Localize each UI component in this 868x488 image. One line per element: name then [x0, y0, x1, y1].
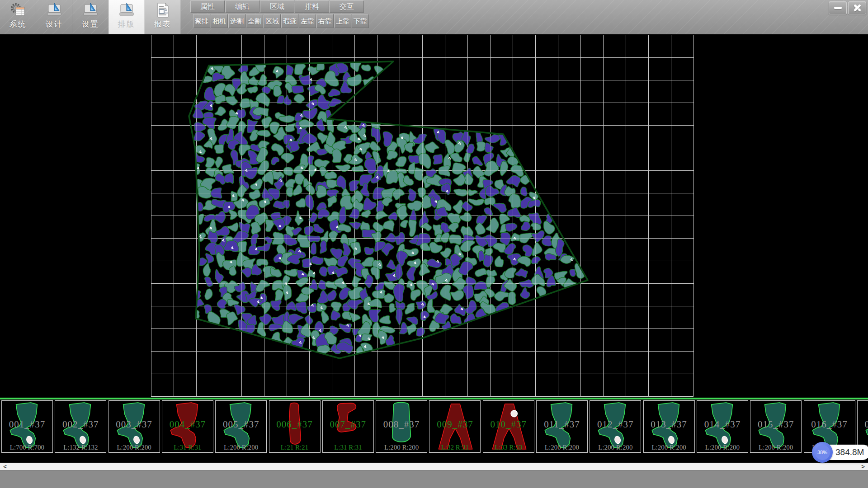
app-button-label: 设置	[82, 19, 99, 29]
piece-label: 006_#37	[269, 419, 320, 430]
nesting-ruler-icon	[118, 2, 135, 19]
tool-button-cut-all[interactable]: 全割	[246, 14, 263, 28]
thumbnail-011[interactable]: 011_#37L:200 R:200	[536, 400, 588, 453]
app-button-label: 系统	[9, 19, 27, 29]
piece-label: 005_#37	[216, 419, 266, 430]
nesting-ruler-icon	[46, 2, 62, 19]
piece-counts: L:200 R:200	[697, 444, 748, 451]
thumbnail-015[interactable]: 015_#37L:200 R:200	[750, 400, 802, 453]
piece-counts: L:200 R:200	[750, 444, 801, 451]
piece-counts: L:200 R:200	[376, 444, 427, 451]
piece-counts: L:200 R:200	[216, 444, 266, 451]
tool-button-snap-top[interactable]: 上靠	[334, 14, 351, 28]
piece-counts: L:31 R:31	[162, 444, 213, 451]
app-button-system[interactable]: 系统	[0, 0, 36, 34]
minimize-icon	[834, 7, 842, 9]
piece-label: 013_#37	[644, 419, 694, 430]
thumbnail-014[interactable]: 014_#37L:200 R:200	[697, 400, 748, 453]
piece-thumbnail-strip: 001_#37L:700 R:700002_#37L:132 R:132003_…	[0, 399, 868, 455]
window-controls	[829, 1, 866, 14]
piece-label: 001_#37	[2, 419, 52, 430]
system-gear-icon	[10, 2, 26, 19]
piece-label: 012_#37	[590, 419, 641, 430]
piece-counts: L:31 R:31	[323, 444, 373, 451]
progress-circle: 38%	[812, 442, 833, 463]
piece-label: 008_#37	[376, 419, 427, 430]
thumbnail-007[interactable]: 007_#37L:31 R:31	[322, 400, 374, 453]
tool-button-select-cut[interactable]: 选割	[228, 14, 245, 28]
piece-label: 002_#37	[55, 419, 106, 430]
piece-counts: L:200 R:200	[109, 444, 160, 451]
piece-label: 017_#37	[858, 419, 868, 430]
memory-value: 384.8M	[835, 447, 864, 457]
thumbnail-010[interactable]: 010_#37L:33 R:33	[483, 400, 534, 453]
memory-usage-badge: 38% 384.8M	[817, 445, 868, 460]
thumbnail-004[interactable]: 004_#37L:31 R:31	[162, 400, 213, 453]
thumbnail-001[interactable]: 001_#37L:700 R:700	[1, 400, 53, 453]
menu-tab-properties[interactable]: 属性	[190, 0, 225, 13]
menu-tab-interaction[interactable]: 交互	[330, 0, 364, 13]
piece-counts: L:700 R:700	[2, 444, 52, 451]
tool-button-camera[interactable]: 相机	[211, 14, 228, 28]
thumbnail-009[interactable]: 009_#37L:32 R:31	[429, 400, 481, 453]
tool-button-snap-right[interactable]: 右靠	[316, 14, 334, 28]
horizontal-scrollbar[interactable]: < >	[0, 463, 868, 470]
piece-counts: L:21 R:21	[269, 444, 320, 451]
piece-label: 007_#37	[323, 419, 373, 430]
piece-counts: L:33 R:33	[483, 444, 534, 451]
app-button-nesting[interactable]: 排版	[108, 0, 145, 34]
nesting-ruler-icon	[82, 2, 99, 19]
thumbnail-005[interactable]: 005_#37L:200 R:200	[215, 400, 267, 453]
report-document-icon	[155, 2, 171, 19]
piece-label: 009_#37	[429, 419, 480, 430]
thumbnail-002[interactable]: 002_#37L:132 R:132	[55, 400, 106, 453]
app-button-label: 报表	[154, 19, 171, 29]
scroll-right-icon[interactable]: >	[859, 463, 867, 470]
tool-button-snap-left[interactable]: 左靠	[299, 14, 316, 28]
menu-tab-edit[interactable]: 编辑	[225, 0, 259, 13]
menu-tab-nest[interactable]: 排料	[295, 0, 329, 13]
piece-label: 015_#37	[750, 419, 801, 430]
tool-button-cluster-nest[interactable]: 聚排	[193, 14, 210, 28]
piece-label: 003_#37	[109, 419, 160, 430]
app-button-label: 设计	[46, 19, 63, 29]
status-bar	[0, 470, 868, 488]
app-button-label: 排版	[118, 19, 135, 29]
progress-percent: 38%	[815, 445, 830, 460]
tool-button-snap-bottom[interactable]: 下靠	[352, 14, 369, 28]
thumbnail-006[interactable]: 006_#37L:21 R:21	[269, 400, 321, 453]
app-button-report[interactable]: 报表	[145, 0, 181, 34]
thumbnail-003[interactable]: 003_#37L:200 R:200	[108, 400, 160, 453]
app-button-settings[interactable]: 设置	[72, 0, 108, 34]
piece-label: 011_#37	[537, 419, 587, 430]
tool-button-row: 聚排相机选割全割区域瑕疵左靠右靠上靠下靠	[193, 14, 369, 28]
scroll-left-icon[interactable]: <	[1, 463, 9, 470]
piece-counts: L:200 R:200	[590, 444, 641, 451]
app-button-design[interactable]: 设计	[36, 0, 72, 34]
piece-label: 014_#37	[697, 419, 748, 430]
menu-tab-bar: 属性编辑区域排料交互	[190, 0, 364, 13]
piece-counts: L:132 R:132	[55, 444, 106, 451]
piece-label: 010_#37	[483, 419, 534, 430]
piece-counts: L:200 R:200	[644, 444, 694, 451]
main-toolbar: 系统 设计 设置 排版 报表 属性编辑区域排料交互 聚排相机选割全割区域瑕疵左靠…	[0, 0, 868, 34]
thumbnail-013[interactable]: 013_#37L:200 R:200	[643, 400, 695, 453]
close-button[interactable]	[848, 1, 866, 14]
menu-tab-region[interactable]: 区域	[260, 0, 294, 13]
piece-counts: L:32 R:31	[429, 444, 480, 451]
tool-button-defect[interactable]: 瑕疵	[281, 14, 298, 28]
piece-label: 016_#37	[804, 419, 855, 430]
tool-button-region[interactable]: 区域	[264, 14, 281, 28]
thumbnail-008[interactable]: 008_#37L:200 R:200	[376, 400, 427, 453]
piece-label: 004_#37	[162, 419, 213, 430]
nesting-canvas[interactable]	[0, 34, 868, 398]
hide-nest-drawing	[0, 34, 868, 398]
piece-counts: L:200 R:200	[537, 444, 587, 451]
thumbnail-012[interactable]: 012_#37L:200 R:200	[590, 400, 641, 453]
minimize-button[interactable]	[829, 1, 847, 14]
